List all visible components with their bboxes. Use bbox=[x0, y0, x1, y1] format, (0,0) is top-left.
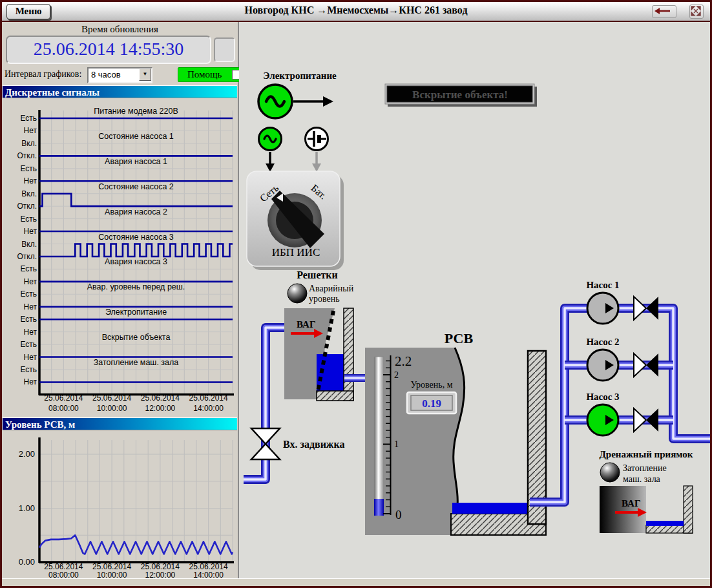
y-tick-label: 2.00 bbox=[19, 449, 35, 459]
help-button[interactable]: Помощь bbox=[178, 67, 246, 82]
level-caption: Уровень, м bbox=[410, 380, 452, 390]
gauge-max-label: 2.2 bbox=[395, 353, 412, 369]
x-tick-date: 25.06.2014 bbox=[141, 562, 180, 571]
check-valve-2[interactable] bbox=[634, 353, 658, 377]
signal-low-label: Откл. bbox=[17, 151, 37, 160]
signal-name: Затопление маш. зала bbox=[94, 358, 179, 367]
alarm-banner-text: Вскрытие объекта! bbox=[412, 89, 508, 101]
x-tick-date: 25.06.2014 bbox=[44, 562, 83, 571]
scada-window: Меню Новгород КНС →Мнемосхемы→КНС 261 за… bbox=[0, 0, 712, 588]
update-time-label: Время обновления bbox=[2, 24, 238, 35]
signal-name: Состояние насоса 1 bbox=[98, 132, 174, 141]
x-tick-time: 08:00:00 bbox=[48, 571, 79, 578]
ac-source-icon bbox=[259, 128, 282, 151]
signal-high-label: Есть bbox=[20, 164, 37, 173]
tank-assembly: 2.2 2 1 0 Уровень, м 0.19 bbox=[365, 348, 546, 535]
left-arrow-icon bbox=[653, 6, 675, 16]
gauge-0-label: 0 bbox=[395, 508, 402, 521]
battery-to-ups-arrow bbox=[312, 152, 321, 172]
x-tick-time: 12:00:00 bbox=[145, 571, 176, 578]
signal-name: Авария насоса 3 bbox=[105, 257, 167, 266]
signal-low-label: Откл. bbox=[17, 252, 37, 261]
signal-name: Вскрытие объекта bbox=[102, 333, 171, 342]
signal-low-label: Нет bbox=[24, 277, 37, 286]
ups-switch[interactable]: Сеть Бат. ИБП ИИС bbox=[247, 171, 344, 270]
intrusion-alarm-banner[interactable]: Вскрытие объекта! bbox=[385, 84, 537, 107]
drain-vag-label: ВАГ bbox=[622, 498, 640, 509]
inlet-valve[interactable] bbox=[251, 428, 280, 459]
discrete-signals-chart: Питание модема 220ВЕстьНетСостояние насо… bbox=[3, 99, 237, 418]
signal-low-label: Нет bbox=[24, 353, 37, 362]
signal-name: Электропитание bbox=[105, 308, 167, 317]
level-gauge-fill bbox=[374, 499, 384, 516]
pump-1[interactable] bbox=[587, 293, 618, 324]
grates-alarm-indicator bbox=[288, 284, 307, 303]
check-valve-1[interactable] bbox=[634, 297, 658, 320]
signal-high-label: Есть bbox=[20, 264, 37, 273]
signal-name: Авария насоса 2 bbox=[105, 207, 167, 216]
inlet-valve-label: Вх. задвижка bbox=[283, 439, 344, 450]
pump-pipes bbox=[530, 308, 710, 502]
signal-high-label: Есть bbox=[20, 365, 37, 374]
signal-high-label: Есть bbox=[20, 340, 37, 349]
pump1-label: Насос 1 bbox=[586, 280, 619, 290]
x-tick-date: 25.06.2014 bbox=[189, 394, 228, 403]
signal-name: Авария насоса 1 bbox=[105, 157, 167, 166]
grates-floor bbox=[317, 391, 353, 401]
gauge-2-label: 2 bbox=[394, 370, 399, 380]
interval-row: Интервал графиков: 8 часов ▼ Помощь bbox=[5, 67, 236, 83]
pump-3[interactable] bbox=[587, 404, 618, 436]
drain-title: Дренажный приямок bbox=[600, 449, 693, 459]
signal-high-label: Вкл. bbox=[21, 240, 37, 249]
level-value: 0.19 bbox=[422, 397, 441, 410]
grates-vag-label: ВАГ bbox=[297, 319, 315, 330]
expand-button[interactable] bbox=[689, 5, 704, 19]
signal-low-label: Нет bbox=[24, 126, 37, 135]
help-button-label: Помощь bbox=[187, 69, 222, 79]
grates-assembly: ВАГ bbox=[284, 308, 353, 401]
x-tick-time: 14:00:00 bbox=[193, 404, 224, 413]
grates-alarm-label-1: Аварийный bbox=[309, 284, 354, 293]
expand-icon bbox=[690, 5, 702, 17]
gauge-1-label: 1 bbox=[394, 439, 399, 449]
interval-dropdown[interactable]: 8 часов ▼ bbox=[87, 67, 152, 83]
interval-label: Интервал графиков: bbox=[5, 69, 81, 79]
x-tick-time: 12:00:00 bbox=[145, 404, 176, 413]
mains-to-ups-arrow bbox=[266, 152, 275, 172]
signal-low-label: Нет bbox=[24, 302, 37, 311]
signal-low-label: Нет bbox=[24, 227, 37, 236]
interval-dropdown-value: 8 часов bbox=[91, 70, 121, 79]
drain-wall bbox=[684, 486, 693, 533]
signal-low-label: Нет bbox=[24, 377, 37, 386]
signal-name: Питание модема 220В bbox=[94, 107, 178, 116]
signal-high-label: Есть bbox=[20, 114, 37, 123]
x-tick-date: 25.06.2014 bbox=[44, 394, 83, 403]
power-label: Электропитание bbox=[263, 70, 337, 81]
drain-flood-label-1: Затопление bbox=[623, 463, 667, 473]
y-tick-label: 1.00 bbox=[19, 503, 35, 513]
grates-alarm-label-2: уровень bbox=[309, 294, 340, 304]
level-gauge-tube bbox=[374, 357, 384, 516]
bottom-strip bbox=[2, 578, 710, 586]
grates-title: Решетки bbox=[297, 269, 338, 280]
signal-high-label: Есть bbox=[20, 215, 37, 224]
signal-low-label: Откл. bbox=[17, 202, 37, 211]
y-tick-label: 0.00 bbox=[19, 557, 35, 567]
tank-title: РСВ bbox=[445, 330, 474, 346]
update-time-display: 25.06.2014 14:55:30 bbox=[6, 36, 211, 64]
drain-flood-label-2: маш. зала bbox=[623, 474, 661, 484]
pump3-label: Насос 3 bbox=[586, 392, 619, 402]
discrete-signals-header: Дискретные сигналы bbox=[3, 85, 237, 98]
left-panel: Время обновления 25.06.2014 14:55:30 Инт… bbox=[2, 22, 239, 578]
pump-2[interactable] bbox=[587, 350, 618, 381]
x-tick-time: 10:00:00 bbox=[97, 404, 127, 413]
check-valve-3[interactable] bbox=[634, 408, 658, 432]
power-flow-arrow bbox=[293, 96, 333, 107]
chevron-down-icon[interactable]: ▼ bbox=[139, 68, 151, 81]
ups-caption: ИБП ИИС bbox=[272, 246, 320, 258]
tank-water bbox=[452, 503, 529, 514]
x-tick-date: 25.06.2014 bbox=[141, 394, 180, 403]
x-tick-time: 08:00:00 bbox=[48, 404, 79, 413]
signal-name: Состояние насоса 3 bbox=[98, 233, 174, 242]
back-button[interactable] bbox=[652, 5, 676, 18]
